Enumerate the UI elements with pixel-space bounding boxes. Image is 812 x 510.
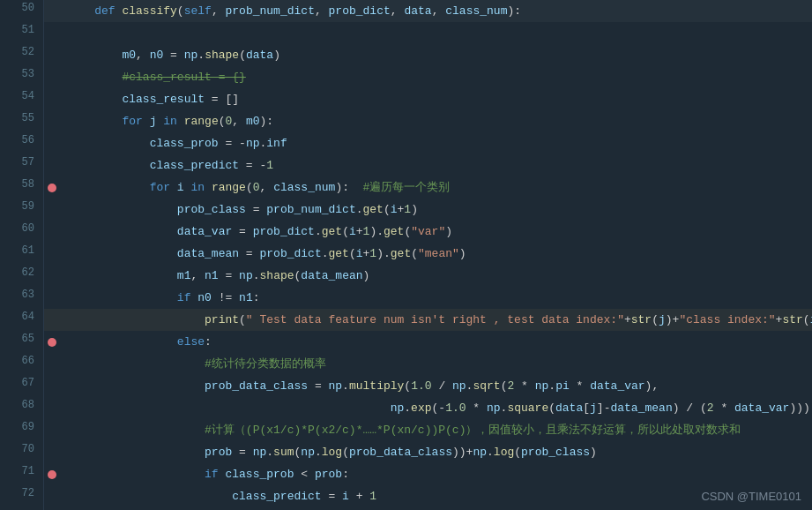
breakpoint-68[interactable] — [44, 397, 60, 419]
line-number-54: 54 — [0, 88, 44, 110]
line-number-62: 62 — [0, 265, 44, 287]
line-number-70: 70 — [0, 441, 44, 463]
code-line-62: m1, n1 = np.shape(data_mean) — [60, 265, 812, 287]
code-row-72: 72 class_predict = i + 1 — [0, 485, 812, 507]
line-number-52: 52 — [0, 44, 44, 66]
line-number-64: 64 — [0, 309, 44, 331]
code-row-57: 57 class_predict = -1 — [0, 154, 812, 176]
code-row-66: 66 #统计待分类数据的概率 — [0, 353, 812, 375]
breakpoint-55[interactable] — [44, 110, 60, 132]
code-line-63: if n0 != n1: — [60, 287, 812, 309]
breakpoint-marker-65[interactable] — [48, 338, 56, 347]
code-row-56: 56 class_prob = -np.inf — [0, 132, 812, 154]
breakpoint-64[interactable] — [44, 309, 60, 331]
code-line-51 — [60, 22, 812, 44]
code-row-54: 54 class_result = [] — [0, 88, 812, 110]
line-number-68: 68 — [0, 397, 44, 419]
code-row-71: 71 if class_prob < prob: — [0, 463, 812, 485]
breakpoint-52[interactable] — [44, 44, 60, 66]
line-number-58: 58 — [0, 176, 44, 199]
breakpoint-58[interactable] — [44, 176, 60, 199]
line-number-72: 72 — [0, 485, 44, 507]
code-row-68: 68 np.exp(-1.0 * np.square(data[j]-data_… — [0, 397, 812, 419]
code-row-61: 61 data_mean = prob_dict.get(i+1).get("m… — [0, 243, 812, 265]
code-row-64: 64 print(" Test data feature num isn't r… — [0, 309, 812, 331]
code-row-70: 70 prob = np.sum(np.log(prob_data_class)… — [0, 441, 812, 463]
breakpoint-60[interactable] — [44, 221, 60, 243]
breakpoint-61[interactable] — [44, 243, 60, 265]
line-number-69: 69 — [0, 419, 44, 441]
line-number-50: 50 — [0, 0, 44, 22]
line-number-65: 65 — [0, 331, 44, 353]
code-line-67: prob_data_class = np.multiply(1.0 / np.s… — [60, 375, 812, 397]
code-row-67: 67 prob_data_class = np.multiply(1.0 / n… — [0, 375, 812, 397]
watermark: CSDN @TIME0101 — [701, 490, 801, 503]
code-row-60: 60 data_var = prob_dict.get(i+1).get("va… — [0, 221, 812, 243]
line-number-63: 63 — [0, 287, 44, 309]
breakpoint-67[interactable] — [44, 375, 60, 397]
code-row-63: 63 if n0 != n1: — [0, 287, 812, 309]
code-line-68: np.exp(-1.0 * np.square(data[j]-data_mea… — [60, 397, 812, 419]
breakpoint-63[interactable] — [44, 287, 60, 309]
breakpoint-marker-71[interactable] — [48, 470, 56, 479]
breakpoint-66[interactable] — [44, 353, 60, 375]
code-line-58: for i in range(0, class_num): #遍历每一个类别 — [60, 176, 812, 199]
breakpoint-54[interactable] — [44, 88, 60, 110]
breakpoint-51[interactable] — [44, 22, 60, 44]
code-row-51: 51 — [0, 22, 812, 44]
line-number-61: 61 — [0, 243, 44, 265]
code-row-55: 55 for j in range(0, m0): — [0, 110, 812, 132]
code-line-50: def classify(self, prob_num_dict, prob_d… — [60, 0, 812, 22]
code-row-65: 65 else: — [0, 331, 812, 353]
line-number-67: 67 — [0, 375, 44, 397]
line-number-55: 55 — [0, 110, 44, 132]
code-row-53: 53 #class_result = {} — [0, 66, 812, 88]
breakpoint-marker-58[interactable] — [48, 184, 56, 192]
code-row-58: 58 for i in range(0, class_num): #遍历每一个类… — [0, 176, 812, 199]
breakpoint-50[interactable] — [44, 0, 60, 22]
code-row-62: 62 m1, n1 = np.shape(data_mean) — [0, 265, 812, 287]
code-line-53: #class_result = {} — [60, 66, 812, 88]
code-line-66: #统计待分类数据的概率 — [60, 353, 812, 375]
code-line-52: m0, n0 = np.shape(data) — [60, 44, 812, 66]
code-line-69: #计算（(P(x1/c)*P(x2/c)*……*P(xn/c))P(c)），因值… — [60, 419, 812, 441]
breakpoint-71[interactable] — [44, 463, 60, 485]
code-line-70: prob = np.sum(np.log(prob_data_class))+n… — [60, 441, 812, 463]
breakpoint-56[interactable] — [44, 132, 60, 154]
breakpoint-69[interactable] — [44, 419, 60, 441]
line-number-59: 59 — [0, 199, 44, 221]
code-line-55: for j in range(0, m0): — [60, 110, 812, 132]
code-row-52: 52 m0, n0 = np.shape(data) — [0, 44, 812, 66]
line-number-71: 71 — [0, 463, 44, 485]
code-line-54: class_result = [] — [60, 88, 812, 110]
code-line-59: prob_class = prob_num_dict.get(i+1) — [60, 199, 812, 221]
code-line-71: if class_prob < prob: — [60, 463, 812, 485]
line-number-53: 53 — [0, 66, 44, 88]
line-number-60: 60 — [0, 221, 44, 243]
code-line-72: class_predict = i + 1 — [60, 485, 812, 507]
breakpoint-53[interactable] — [44, 66, 60, 88]
code-line-60: data_var = prob_dict.get(i+1).get("var") — [60, 221, 812, 243]
line-number-66: 66 — [0, 353, 44, 375]
code-line-61: data_mean = prob_dict.get(i+1).get("mean… — [60, 243, 812, 265]
code-line-57: class_predict = -1 — [60, 154, 812, 176]
code-row-50: 50 def classify(self, prob_num_dict, pro… — [0, 0, 812, 22]
breakpoint-72[interactable] — [44, 485, 60, 507]
line-number-56: 56 — [0, 132, 44, 154]
code-row-59: 59 prob_class = prob_num_dict.get(i+1) — [0, 199, 812, 221]
code-line-65: else: — [60, 331, 812, 353]
breakpoint-59[interactable] — [44, 199, 60, 221]
breakpoint-57[interactable] — [44, 154, 60, 176]
code-row-69: 69 #计算（(P(x1/c)*P(x2/c)*……*P(xn/c))P(c)）… — [0, 419, 812, 441]
breakpoint-70[interactable] — [44, 441, 60, 463]
code-line-56: class_prob = -np.inf — [60, 132, 812, 154]
code-editor: 50 def classify(self, prob_num_dict, pro… — [0, 0, 812, 510]
breakpoint-62[interactable] — [44, 265, 60, 287]
line-number-51: 51 — [0, 22, 44, 44]
breakpoint-65[interactable] — [44, 331, 60, 353]
line-number-57: 57 — [0, 154, 44, 176]
code-line-64: print(" Test data feature num isn't righ… — [60, 309, 812, 331]
